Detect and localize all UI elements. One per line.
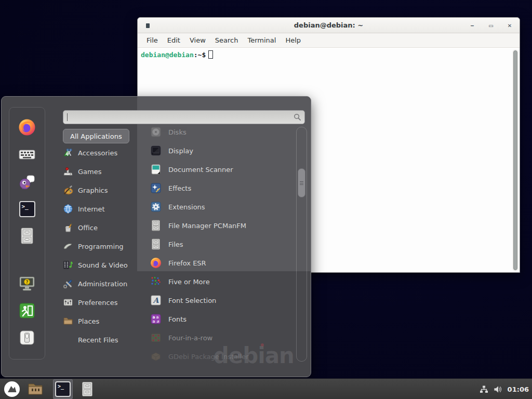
app-effects[interactable]: Effects xyxy=(143,179,295,197)
category-places[interactable]: Places xyxy=(60,312,139,330)
category-label: Games xyxy=(78,168,101,176)
pidgin-icon xyxy=(18,174,36,191)
menu-button[interactable] xyxy=(1,379,23,399)
category-label: Places xyxy=(78,317,99,325)
category-programming[interactable]: Programming xyxy=(60,237,139,256)
category-label: Recent Files xyxy=(78,336,118,344)
file-manager-button[interactable] xyxy=(79,379,96,399)
menu-terminal[interactable]: Terminal xyxy=(243,34,281,46)
app-label: Files xyxy=(168,241,183,248)
search-icon xyxy=(294,113,301,121)
minimize-button[interactable]: ‒ xyxy=(469,22,476,29)
terminal-cursor xyxy=(208,50,213,59)
clock[interactable]: 01:06 xyxy=(508,385,529,393)
search-field-wrap xyxy=(63,110,305,124)
category-preferences[interactable]: Preferences xyxy=(60,293,139,312)
app-four-in-a-row[interactable]: Four-in-a-row xyxy=(143,328,295,347)
app-extensions[interactable]: Extensions xyxy=(143,197,295,216)
lock-screen-icon: ? xyxy=(18,275,36,292)
favorite-firefox[interactable] xyxy=(9,118,45,136)
category-office[interactable]: Office xyxy=(60,218,139,237)
app-label: Effects xyxy=(168,184,191,192)
app-label: Disks xyxy=(168,128,187,136)
terminal-scrollbar-thumb[interactable] xyxy=(513,50,517,270)
terminal-menubar: File Edit View Search Terminal Help xyxy=(138,33,520,48)
category-label: Accessories xyxy=(78,149,117,157)
category-recent-files[interactable]: Recent Files xyxy=(60,330,139,349)
app-display[interactable]: Display xyxy=(143,141,295,160)
administration-icon xyxy=(63,278,73,289)
category-label: Graphics xyxy=(78,187,108,194)
internet-icon xyxy=(63,204,73,214)
gdebi-icon xyxy=(150,351,162,362)
category-label: Sound & Video xyxy=(78,261,128,269)
files-folder-button[interactable] xyxy=(25,379,46,399)
terminal-button[interactable]: >_ xyxy=(53,379,73,399)
category-graphics[interactable]: Graphics xyxy=(60,181,139,200)
menu-scrollbar-thumb[interactable] xyxy=(298,168,305,197)
close-button[interactable]: ✕ xyxy=(506,22,513,29)
app-files[interactable]: Files xyxy=(143,235,295,254)
menu-edit[interactable]: Edit xyxy=(163,34,185,46)
favorite-file-manager[interactable] xyxy=(9,227,45,245)
application-menu: >_ ? xyxy=(1,96,311,377)
app-fonts[interactable]: aaaa Fonts xyxy=(143,310,295,328)
wallpaper-line xyxy=(126,377,167,377)
file-manager-icon xyxy=(150,220,162,231)
category-label: Administration xyxy=(78,280,127,288)
app-firefox-esr[interactable]: Firefox ESR xyxy=(143,254,295,272)
files-icon xyxy=(150,238,162,250)
menu-help[interactable]: Help xyxy=(281,34,305,46)
category-administration[interactable]: Administration xyxy=(60,274,139,293)
app-label: File Manager PCManFM xyxy=(168,222,246,230)
maximize-button[interactable]: ▭ xyxy=(487,22,495,29)
volume-icon[interactable] xyxy=(494,385,502,394)
category-sound-video[interactable]: Sound & Video xyxy=(60,256,139,274)
category-all-applications[interactable]: All Applications xyxy=(63,129,129,143)
favorite-shutdown[interactable] xyxy=(9,329,45,346)
favorite-lock-screen[interactable]: ? xyxy=(9,275,45,292)
menu-file[interactable]: File xyxy=(142,34,163,46)
app-gdebi-package-installer[interactable]: GDebi Package Installer xyxy=(143,347,295,366)
font-selection-icon: A xyxy=(150,295,162,306)
terminal-icon: >_ xyxy=(19,201,35,217)
terminal-prompt-line: debian@debian:~$ xyxy=(138,48,520,61)
favorite-pidgin[interactable] xyxy=(9,174,45,191)
app-label: Four-in-a-row xyxy=(168,334,212,342)
favorite-terminal[interactable]: >_ xyxy=(9,201,45,217)
terminal-icon: >_ xyxy=(55,381,71,397)
app-file-manager-pcmanfm[interactable]: File Manager PCManFM xyxy=(143,216,295,235)
category-accessories[interactable]: Accessories xyxy=(60,143,139,162)
text-caret xyxy=(67,113,68,121)
firefox-icon xyxy=(150,257,162,269)
category-internet[interactable]: Internet xyxy=(60,200,139,218)
terminal-titlebar[interactable]: debian@debian: ~ ‒ ▭ ✕ xyxy=(138,18,520,33)
disks-icon xyxy=(150,126,162,138)
logout-icon xyxy=(19,302,35,319)
sound-video-icon xyxy=(63,260,73,270)
app-label: Display xyxy=(168,147,193,155)
app-five-or-more[interactable]: Five or More xyxy=(143,272,295,291)
menu-search[interactable]: Search xyxy=(210,34,243,46)
app-disks[interactable]: Disks xyxy=(143,123,295,141)
svg-text:A: A xyxy=(153,296,159,304)
favorite-logout[interactable] xyxy=(9,302,45,319)
menu-scrollbar[interactable] xyxy=(296,127,307,362)
terminal-scrollbar[interactable] xyxy=(512,49,518,271)
category-games[interactable]: Games xyxy=(60,162,139,181)
folder-icon xyxy=(27,382,44,396)
fonts-icon: aaaa xyxy=(150,313,162,325)
app-font-selection[interactable]: A Font Selection xyxy=(143,291,295,310)
menu-view[interactable]: View xyxy=(185,34,210,46)
search-input[interactable] xyxy=(63,110,305,124)
svg-text:a: a xyxy=(156,319,159,324)
effects-icon xyxy=(150,182,162,194)
app-label: GDebi Package Installer xyxy=(168,353,249,361)
network-icon[interactable] xyxy=(480,385,488,394)
category-list: All Applications Accessories Games Graph… xyxy=(60,129,139,349)
svg-text:a: a xyxy=(152,319,155,324)
keyboard-icon xyxy=(18,147,36,162)
prompt-path: :~$ xyxy=(194,51,206,59)
favorite-keyboard[interactable] xyxy=(9,147,45,162)
app-document-scanner[interactable]: Document Scanner xyxy=(143,160,295,179)
